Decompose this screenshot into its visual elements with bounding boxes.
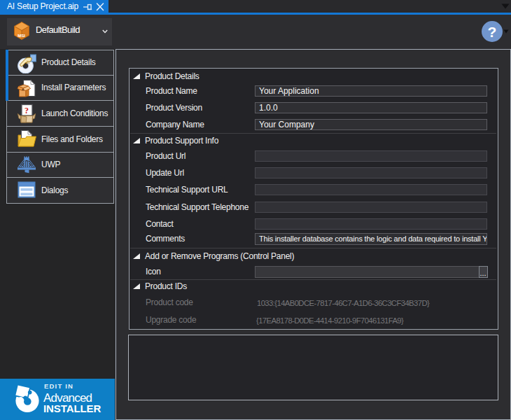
svg-text:?: ? — [24, 106, 29, 115]
svg-text:MSI: MSI — [18, 34, 25, 38]
